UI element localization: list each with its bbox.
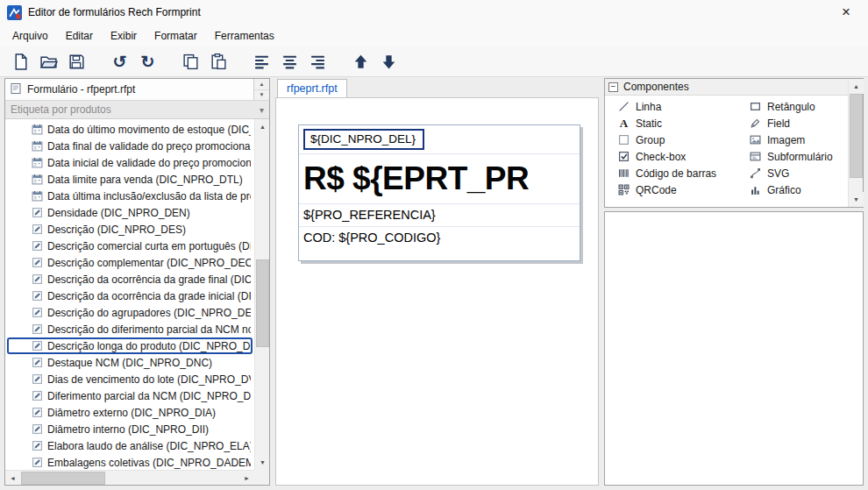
tree-item[interactable]: Descrição (DIC_NPRO_DES) (7, 221, 253, 238)
form-spinner (253, 79, 269, 100)
component-svg[interactable]: SVG (750, 165, 848, 181)
spinner-down-button[interactable] (254, 90, 269, 101)
field-eprt-preco[interactable]: R$ ${EPRT_PR (303, 160, 529, 196)
tree-item-label: Descrição (DIC_NPRO_DES) (47, 224, 186, 236)
tree-item-label: Densidade (DIC_NPRO_DEN) (47, 207, 190, 219)
tree-item[interactable]: Descrição comercial curta em português (… (7, 238, 253, 254)
vertical-scroll-thumb[interactable] (256, 259, 269, 347)
component-imagem[interactable]: Imagem (750, 131, 848, 148)
new-file-button[interactable] (9, 50, 32, 74)
tree-item[interactable]: Descrição da ocorrência da grade inicial… (7, 288, 253, 304)
tab-rfpeprt[interactable]: rfpeprt.rfpt (277, 79, 347, 97)
tree-item[interactable]: Dias de vencimento do lote (DIC_NPRO_DVN… (7, 371, 253, 387)
tree-item[interactable]: Data final de validade do preço promocio… (7, 138, 253, 154)
tree-item[interactable]: Descrição do agrupadores (DIC_NPRO_DESAG… (7, 304, 253, 321)
paste-button[interactable] (207, 50, 231, 74)
design-canvas[interactable]: ${DIC_NPRO_DEL} R$ ${EPRT_PR ${PRO_REFER… (275, 97, 599, 486)
component-codigo-de-barras[interactable]: Código de barras (618, 165, 750, 181)
component-retangulo[interactable]: Retângulo (750, 98, 848, 115)
tree-vertical-scrollbar[interactable] (254, 119, 269, 470)
form-page[interactable]: ${DIC_NPRO_DEL} R$ ${EPRT_PR ${PRO_REFER… (298, 124, 580, 261)
tree-item[interactable]: Descrição complementar (DIC_NPRO_DEC) (7, 254, 253, 271)
component-check-box[interactable]: Check-box (618, 148, 750, 165)
move-up-button[interactable] (349, 50, 373, 74)
vertical-scroll-thumb[interactable] (850, 94, 863, 178)
field-edit-icon (32, 323, 43, 335)
tree-item[interactable]: Densidade (DIC_NPRO_DEN) (7, 204, 253, 221)
redo-button[interactable]: ↻ (136, 50, 160, 74)
tree-item-label: Embalagens coletivas (DIC_NPRO_DADEMB) (47, 457, 251, 469)
scroll-down-button[interactable] (255, 455, 269, 470)
menu-item-editar[interactable]: Editar (57, 26, 102, 46)
tree-item[interactable]: Diferimento parcial da NCM (DIC_NPRO_DPN… (7, 387, 253, 404)
tree-item[interactable]: Destaque NCM (DIC_NPRO_DNC) (7, 354, 253, 371)
menu-item-ferramentas[interactable]: Ferramentas (206, 26, 283, 46)
menu-item-formatar[interactable]: Formatar (146, 26, 206, 46)
static-icon: A (618, 117, 630, 129)
tree-item[interactable]: Descrição longa do produto (DIC_NPRO_DEL… (7, 337, 253, 354)
component-static[interactable]: AStatic (618, 115, 750, 131)
field-icon (750, 117, 761, 129)
horizontal-scroll-thumb[interactable] (21, 472, 105, 485)
app-window: Editor de formulários Rech Formprint × A… (0, 0, 868, 490)
component-field[interactable]: Field (750, 115, 848, 131)
scroll-up-button[interactable] (849, 79, 864, 94)
tree-item[interactable]: Elabora laudo de análise (DIC_NPRO_ELA) (7, 437, 253, 454)
tree-item-label: Descrição do agrupadores (DIC_NPRO_DESAG… (47, 307, 251, 319)
copy-button[interactable] (179, 50, 203, 74)
tree-item-label: Descrição complementar (DIC_NPRO_DEC) (47, 257, 251, 269)
tree-item-label: Diâmetro externo (DIC_NPRO_DIA) (47, 407, 216, 419)
save-icon (68, 53, 86, 71)
component-subformulario[interactable]: Subformulário (750, 148, 848, 165)
tree-item[interactable]: Data inicial de validade do preço promoc… (7, 154, 253, 171)
tree-item[interactable]: Descrição da ocorrência da grade final (… (7, 271, 253, 288)
tree-item-label: Data do último movimento de estoque (DIC… (47, 124, 251, 136)
component-grafico[interactable]: Gráfico (750, 181, 848, 198)
save-button[interactable] (65, 50, 89, 74)
line-icon (618, 101, 630, 112)
component-label: Check-box (636, 151, 686, 163)
menu-item-arquivo[interactable]: Arquivo (4, 26, 57, 46)
spinner-up-button[interactable] (254, 79, 269, 90)
undo-button[interactable]: ↺ (108, 50, 132, 74)
tree-item[interactable]: Embalagens coletivas (DIC_NPRO_DADEMB) (7, 454, 253, 470)
menu-item-exibir[interactable]: Exibir (102, 26, 146, 46)
tree-item[interactable]: Descrição do diferimento parcial da NCM … (7, 321, 253, 337)
tree-item[interactable]: Data do último movimento de estoque (DIC… (7, 121, 253, 138)
empty-panel (604, 211, 864, 486)
app-logo-icon (7, 5, 22, 20)
field-pro-referencia[interactable]: ${PRO_REFERENCIA} (303, 208, 436, 222)
scroll-left-button[interactable] (5, 471, 20, 485)
align-center-button[interactable] (278, 50, 302, 74)
close-button[interactable]: × (831, 1, 861, 24)
component-group[interactable]: Group (618, 131, 750, 148)
field-dic-npro-del[interactable]: ${DIC_NPRO_DEL} (303, 129, 424, 150)
tree-item[interactable]: Diâmetro externo (DIC_NPRO_DIA) (7, 404, 253, 421)
component-qrcode[interactable]: QRCode (618, 181, 750, 198)
field-edit-icon (32, 224, 43, 235)
collapse-icon[interactable] (608, 82, 618, 92)
tree-item[interactable]: Data limite para venda (DIC_NPRO_DTL) (7, 171, 253, 188)
titlebar: Editor de formulários Rech Formprint × (0, 0, 868, 25)
align-left-button[interactable] (250, 50, 274, 74)
editor-panel: rfpeprt.rfpt ${DIC_NPRO_DEL} R$ ${EPRT_P… (275, 78, 599, 486)
field-pro-codigo[interactable]: COD: ${PRO_CODIGO} (303, 231, 440, 245)
open-folder-button[interactable] (37, 50, 60, 74)
scroll-up-button[interactable] (255, 119, 269, 134)
tree-horizontal-scrollbar[interactable] (5, 470, 254, 485)
label-type-select[interactable]: Etiqueta por produtos ▾ (5, 101, 269, 119)
components-scrollbar[interactable] (848, 79, 863, 207)
align-right-button[interactable] (306, 50, 330, 74)
tabstrip: rfpeprt.rfpt (275, 78, 599, 97)
calendar-icon (32, 190, 43, 202)
tree-item[interactable]: Diâmetro interno (DIC_NPRO_DII) (7, 421, 253, 437)
scroll-down-button[interactable] (849, 192, 864, 207)
new-file-icon (11, 53, 30, 71)
tree-item[interactable]: Data última inclusão/exclusão da lista d… (7, 188, 253, 204)
label-type-value: Etiqueta por produtos (11, 103, 111, 116)
move-down-button[interactable] (377, 50, 401, 74)
field-edit-icon (32, 390, 43, 401)
scroll-right-button[interactable] (239, 471, 254, 485)
component-linha[interactable]: Linha (618, 98, 750, 115)
component-label: QRCode (636, 184, 677, 196)
